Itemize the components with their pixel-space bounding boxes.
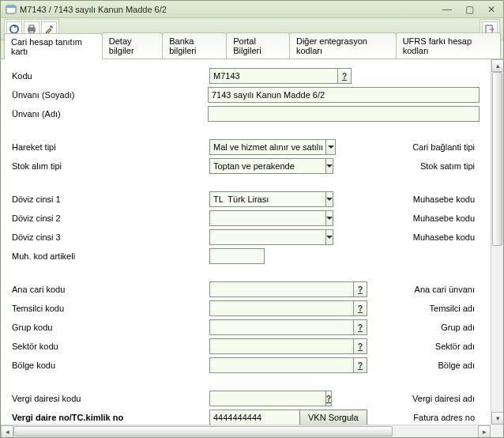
minimize-button[interactable]: — (438, 3, 456, 16)
temsilci-kodu-lookup-button[interactable]: ? (353, 300, 367, 316)
label-stok-alim-tipi: Stok alım tipi (12, 161, 209, 171)
label-hareket-tipi: Hareket tipi (12, 142, 209, 152)
label-bolge-kodu: Bölge kodu (12, 361, 209, 370)
label-fatura-adres-no: Fatura adres no (413, 413, 480, 422)
tab-ufrs-farki-hesap-kodlari[interactable]: UFRS farkı hesap kodları (396, 32, 501, 59)
stok-alim-tipi-dropdown[interactable] (209, 158, 312, 174)
sektor-kodu-lookup-button[interactable]: ? (353, 338, 367, 354)
grup-kodu-lookup-button[interactable]: ? (353, 319, 367, 335)
vergi-dairesi-kodu-input[interactable] (209, 391, 325, 406)
kodu-input[interactable] (209, 68, 337, 84)
tab-banka-bilgileri[interactable]: Banka bilgileri (162, 32, 227, 59)
label-vergi-dairesi-kodu: Vergi dairesi kodu (12, 394, 209, 403)
doviz-1-dropdown[interactable] (209, 191, 312, 207)
form-body: Kodu ? Ünvanı (Soyadı) (1, 59, 491, 425)
label-vergi-daire-no: Vergi daire no/TC.kimlik no (12, 413, 209, 422)
vergi-dairesi-kodu-lookup-button[interactable]: ? (325, 391, 332, 406)
horizontal-scrollbar[interactable]: ◂ ▸ (1, 425, 491, 437)
label-doviz-1: Döviz cinsi 1 (12, 194, 209, 204)
label-muhasebe-kodu-2: Muhasebe kodu (413, 213, 480, 223)
label-ana-cari-kodu: Ana cari kodu (12, 285, 209, 294)
doviz-1-value[interactable] (209, 191, 325, 207)
titlebar: M7143 / 7143 sayılı Kanun Madde 6/2 — ▢ … (1, 1, 503, 18)
stok-alim-tipi-dropdown-button[interactable] (325, 158, 333, 174)
label-unvani-soyadi: Ünvanı (Soyadı) (12, 90, 208, 100)
label-doviz-2: Döviz cinsi 2 (12, 213, 209, 223)
label-doviz-3: Döviz cinsi 3 (12, 232, 209, 242)
vergi-dairesi-kodu-lookup: ? (209, 391, 265, 406)
sektor-kodu-lookup: ? (209, 338, 367, 354)
doviz-3-dropdown[interactable] (209, 229, 312, 245)
label-temsilci-adi: Temsilci adı (430, 304, 480, 313)
ana-cari-kodu-lookup-button[interactable]: ? (353, 281, 367, 297)
label-kodu: Kodu (12, 71, 209, 81)
tab-cari-hesap-tanitim-karti[interactable]: Cari hesap tanıtım kartı (4, 33, 103, 59)
scroll-viewport: Kodu ? Ünvanı (Soyadı) (1, 59, 491, 425)
svg-rect-1 (6, 6, 16, 8)
vertical-scroll-thumb[interactable] (492, 72, 502, 246)
app-icon (6, 4, 17, 15)
tabstrip: Cari hesap tanıtım kartı Detay bilgiler … (1, 40, 503, 59)
doviz-1-dropdown-button[interactable] (325, 191, 333, 207)
content-area: Kodu ? Ünvanı (Soyadı) (1, 59, 503, 437)
scroll-right-button[interactable]: ▸ (478, 425, 491, 437)
hareket-tipi-dropdown-button[interactable] (325, 139, 336, 155)
bolge-kodu-lookup-button[interactable]: ? (353, 357, 367, 373)
window-controls: — ▢ ✕ (438, 3, 500, 16)
label-muhasebe-kodu-3: Muhasebe kodu (413, 232, 480, 242)
window-title: M7143 / 7143 sayılı Kanun Madde 6/2 (20, 5, 438, 14)
label-cari-baglanti-tipi: Cari bağlanti tipi (412, 142, 480, 152)
scroll-left-button[interactable]: ◂ (1, 425, 13, 437)
close-button[interactable]: ✕ (483, 3, 500, 16)
stok-alim-tipi-value[interactable] (209, 158, 325, 174)
label-bolge-adi: Bölge adı (438, 361, 480, 370)
maximize-button[interactable]: ▢ (461, 3, 478, 16)
label-temsilci-kodu: Temsilci kodu (12, 304, 209, 313)
scroll-corner (491, 425, 503, 437)
scroll-down-button[interactable]: ▾ (491, 412, 503, 425)
doviz-3-value[interactable] (209, 229, 325, 245)
label-unvani-adi: Ünvanı (Adı) (12, 109, 208, 119)
label-muhasebe-kodu-1: Muhasebe kodu (413, 194, 480, 204)
bolge-kodu-lookup: ? (209, 357, 367, 373)
doviz-2-dropdown-button[interactable] (325, 210, 333, 226)
horizontal-scroll-thumb[interactable] (13, 426, 393, 436)
label-grup-adi: Grup adı (441, 323, 480, 332)
sektor-kodu-input[interactable] (209, 338, 353, 354)
scroll-up-button[interactable]: ▴ (491, 59, 503, 72)
label-sektor-adi: Sektör adı (435, 342, 480, 351)
doviz-2-dropdown[interactable] (209, 210, 312, 226)
doviz-2-value[interactable] (209, 210, 325, 226)
app-window: M7143 / 7143 sayılı Kanun Madde 6/2 — ▢ … (0, 0, 504, 438)
grup-kodu-input[interactable] (209, 319, 353, 335)
tab-diger-entegrasyon-kodlari[interactable]: Diğer entegrasyon kodları (289, 32, 397, 59)
ana-cari-kodu-input[interactable] (209, 281, 353, 297)
hareket-tipi-value[interactable] (209, 139, 325, 155)
temsilci-kodu-input[interactable] (209, 300, 353, 316)
unvani-soyadi-input[interactable] (208, 87, 480, 103)
bolge-kodu-input[interactable] (209, 357, 353, 373)
tab-detay-bilgiler[interactable]: Detay bilgiler (102, 32, 163, 59)
hareket-tipi-dropdown[interactable] (209, 139, 336, 155)
svg-rect-4 (29, 25, 34, 28)
svg-point-6 (50, 25, 53, 28)
temsilci-kodu-lookup: ? (209, 300, 367, 316)
label-grup-kodu: Grup kodu (12, 323, 209, 332)
label-sektor-kodu: Sektör kodu (12, 342, 209, 351)
horizontal-scroll-track[interactable] (13, 425, 478, 437)
label-vergi-dairesi-adi: Vergi dairesi adı (412, 394, 480, 403)
doviz-3-dropdown-button[interactable] (325, 229, 333, 245)
unvani-adi-input[interactable] (208, 106, 480, 122)
label-muh-kod-artikeli: Muh. kod artikeli (12, 251, 209, 261)
ana-cari-kodu-lookup: ? (209, 281, 367, 297)
vertical-scroll-track[interactable] (491, 72, 503, 412)
vkn-sorgula-button[interactable]: VKN Sorgula (299, 410, 367, 425)
muh-kod-artikeli-input[interactable] (209, 248, 265, 264)
tab-portal-bilgileri[interactable]: Portal Bilgileri (226, 32, 290, 59)
kodu-lookup: ? (209, 68, 352, 84)
grup-kodu-lookup: ? (209, 319, 367, 335)
vertical-scrollbar[interactable]: ▴ ▾ (491, 59, 503, 425)
label-ana-cari-unvani: Ana cari ünvanı (415, 285, 480, 294)
kodu-lookup-button[interactable]: ? (337, 68, 352, 84)
label-stok-satim-tipi: Stok satım tipi (420, 161, 480, 171)
